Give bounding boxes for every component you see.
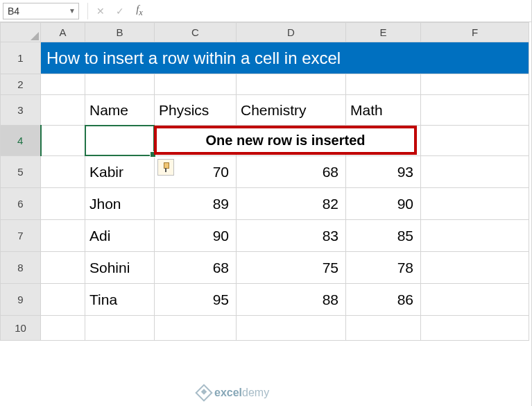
- data-name[interactable]: Tina: [85, 284, 155, 316]
- cell[interactable]: [41, 284, 85, 316]
- cell[interactable]: [41, 74, 85, 95]
- select-all-corner[interactable]: [1, 23, 41, 42]
- header-chemistry[interactable]: Chemistry: [237, 95, 346, 126]
- cell[interactable]: [85, 74, 155, 95]
- fx-button[interactable]: fx: [130, 3, 149, 19]
- row-head-2[interactable]: 2: [1, 74, 41, 95]
- row-head-8[interactable]: 8: [1, 252, 41, 284]
- chevron-down-icon[interactable]: ▼: [69, 7, 76, 15]
- callout-text: One new row is inserted: [205, 133, 365, 149]
- data-name[interactable]: Sohini: [85, 252, 155, 284]
- cell[interactable]: [41, 188, 85, 220]
- cell[interactable]: [41, 95, 85, 126]
- cell[interactable]: [41, 156, 85, 188]
- header-math[interactable]: Math: [346, 95, 421, 126]
- cell[interactable]: [421, 252, 529, 284]
- row-head-6[interactable]: 6: [1, 188, 41, 220]
- cell[interactable]: [41, 316, 85, 341]
- data-chemistry[interactable]: 82: [237, 188, 346, 220]
- cell[interactable]: [346, 316, 421, 341]
- row-head-3[interactable]: 3: [1, 95, 41, 126]
- paintbrush-icon: [161, 162, 171, 172]
- col-head-B[interactable]: B: [85, 23, 155, 42]
- cell[interactable]: [421, 316, 529, 341]
- data-physics[interactable]: 89: [155, 188, 237, 220]
- cell[interactable]: [85, 316, 155, 341]
- data-physics[interactable]: 90: [155, 220, 237, 252]
- fx-icon: fx: [136, 3, 143, 18]
- header-name[interactable]: Name: [85, 95, 155, 126]
- formula-input[interactable]: [149, 3, 532, 19]
- cell[interactable]: [421, 220, 529, 252]
- data-name[interactable]: Kabir: [85, 156, 155, 188]
- watermark-brand: excel: [214, 387, 242, 398]
- data-name[interactable]: Jhon: [85, 188, 155, 220]
- annotation-callout: One new row is inserted: [154, 126, 417, 155]
- data-physics[interactable]: 68: [155, 252, 237, 284]
- row-head-4[interactable]: 4: [1, 126, 41, 156]
- col-head-E[interactable]: E: [346, 23, 421, 42]
- data-math[interactable]: 93: [346, 156, 421, 188]
- row-head-9[interactable]: 9: [1, 284, 41, 316]
- row-head-5[interactable]: 5: [1, 156, 41, 188]
- cell[interactable]: [421, 188, 529, 220]
- col-head-D[interactable]: D: [237, 23, 346, 42]
- col-head-C[interactable]: C: [155, 23, 237, 42]
- enter-formula-button: ✓: [110, 3, 130, 19]
- cell[interactable]: [346, 74, 421, 95]
- header-physics[interactable]: Physics: [155, 95, 237, 126]
- col-head-A[interactable]: A: [41, 23, 85, 42]
- cell[interactable]: [237, 316, 346, 341]
- name-box[interactable]: B4 ▼: [3, 3, 79, 19]
- cell[interactable]: [155, 74, 237, 95]
- watermark: exceldemy: [198, 387, 269, 399]
- data-chemistry[interactable]: 68: [237, 156, 346, 188]
- cell[interactable]: [41, 252, 85, 284]
- logo-icon: [195, 384, 212, 401]
- cell[interactable]: [237, 74, 346, 95]
- cell[interactable]: [155, 316, 237, 341]
- data-math[interactable]: 78: [346, 252, 421, 284]
- insert-options-button[interactable]: [157, 159, 174, 176]
- cell[interactable]: [41, 126, 85, 156]
- data-name[interactable]: Adi: [85, 220, 155, 252]
- cell[interactable]: [41, 220, 85, 252]
- row-head-7[interactable]: 7: [1, 220, 41, 252]
- row-head-10[interactable]: 10: [1, 316, 41, 341]
- col-head-F[interactable]: F: [421, 23, 529, 42]
- cell[interactable]: [421, 284, 529, 316]
- cell[interactable]: [421, 74, 529, 95]
- separator: [87, 3, 88, 19]
- formula-bar: B4 ▼ ✕ ✓ fx: [0, 0, 532, 22]
- cell[interactable]: [421, 95, 529, 126]
- cell-B4-active[interactable]: [85, 126, 155, 156]
- spreadsheet-grid[interactable]: A B C D E F 1 How to insert a row within…: [0, 22, 532, 341]
- cell[interactable]: [421, 156, 529, 188]
- title-cell[interactable]: How to insert a row within a cell in exc…: [41, 42, 529, 74]
- data-chemistry[interactable]: 88: [237, 284, 346, 316]
- data-physics[interactable]: 95: [155, 284, 237, 316]
- name-box-value: B4: [3, 6, 19, 17]
- watermark-suffix: demy: [242, 387, 269, 398]
- data-math[interactable]: 86: [346, 284, 421, 316]
- data-chemistry[interactable]: 83: [237, 220, 346, 252]
- row-head-1[interactable]: 1: [1, 42, 41, 74]
- data-math[interactable]: 85: [346, 220, 421, 252]
- data-math[interactable]: 90: [346, 188, 421, 220]
- cell[interactable]: [421, 126, 529, 156]
- cancel-formula-button: ✕: [91, 3, 110, 19]
- data-chemistry[interactable]: 75: [237, 252, 346, 284]
